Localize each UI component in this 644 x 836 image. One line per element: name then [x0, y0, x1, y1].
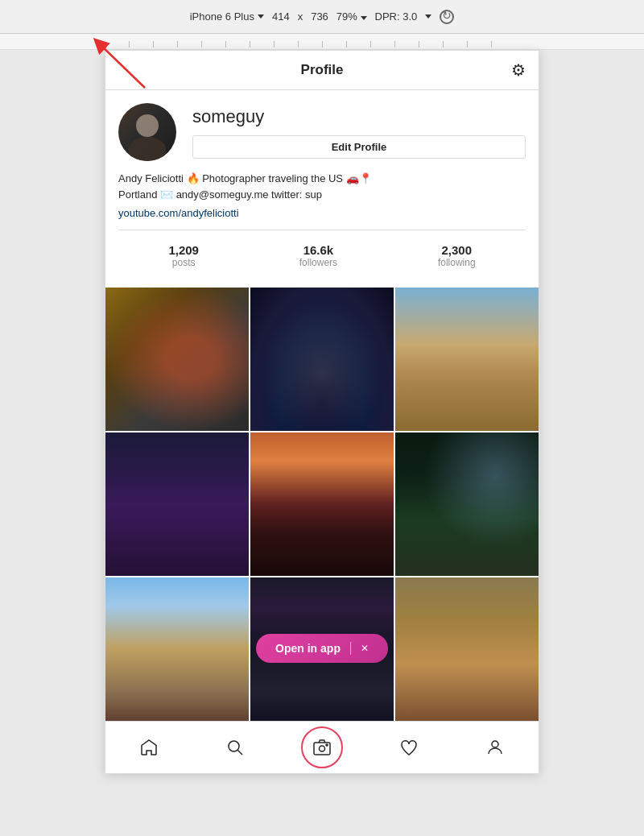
zoom-dropdown-arrow	[361, 16, 367, 20]
username-block: someguy Edit Profile	[192, 106, 526, 159]
svg-line-3	[238, 751, 243, 755]
open-app-close-button[interactable]: ✕	[361, 643, 369, 654]
dpr-label: DPR: 3.0	[375, 10, 418, 23]
profile-section: someguy Edit Profile Andy Feliciotti 🔥 P…	[105, 90, 539, 288]
camera-circle-highlight	[301, 726, 343, 768]
person-icon	[485, 738, 505, 757]
dimension-width: 414	[272, 10, 290, 23]
zoom-value[interactable]: 79%	[336, 10, 367, 23]
dpr-dropdown-arrow	[425, 14, 431, 19]
photo-cell-4[interactable]	[105, 432, 249, 576]
posts-label: posts	[172, 257, 196, 268]
username: someguy	[192, 106, 526, 127]
nav-profile[interactable]	[477, 730, 513, 765]
svg-point-7	[492, 741, 498, 747]
open-in-app-button[interactable]: Open in app ✕	[256, 634, 388, 663]
nav-home[interactable]	[131, 730, 167, 765]
rotate-icon[interactable]	[440, 10, 454, 24]
photo-cell-5[interactable]	[250, 432, 394, 576]
stats-divider	[118, 230, 526, 230]
profile-top: someguy Edit Profile	[118, 103, 526, 161]
avatar	[118, 103, 176, 161]
bio-link[interactable]: youtube.com/andyfeliciotti	[118, 207, 239, 219]
stat-followers[interactable]: 16.6k followers	[299, 243, 337, 268]
photo-cell-6[interactable]	[395, 432, 539, 576]
page-title: Profile	[301, 62, 344, 78]
settings-icon[interactable]: ⚙	[511, 60, 526, 80]
photo-cell-9[interactable]	[395, 577, 539, 721]
following-label: following	[438, 257, 476, 268]
search-icon	[225, 738, 245, 757]
device-selector[interactable]: iPhone 6 Plus	[190, 10, 264, 23]
dimension-height: 736	[311, 10, 328, 23]
toolbar-controls: iPhone 6 Plus 414 x 736 79% DPR: 3.0	[190, 10, 455, 24]
followers-label: followers	[299, 257, 337, 268]
nav-search[interactable]	[217, 730, 253, 765]
following-count: 2,300	[441, 243, 472, 257]
instagram-header: Profile ⚙	[105, 51, 539, 90]
ruler-bar	[0, 34, 644, 50]
nav-camera[interactable]	[304, 730, 340, 765]
photo-cell-7[interactable]	[105, 577, 249, 721]
ruler-ticks	[129, 34, 515, 49]
phone-frame: Profile ⚙ someguy Edit Profile Andy Feli…	[105, 50, 539, 774]
device-dropdown-arrow	[258, 14, 264, 19]
stat-following[interactable]: 2,300 following	[438, 243, 476, 268]
stats-row: 1,209 posts 16.6k followers 2,300 follow…	[118, 240, 526, 275]
photo-cell-3[interactable]	[395, 288, 539, 431]
avatar-image	[118, 103, 176, 161]
followers-count: 16.6k	[303, 243, 334, 257]
posts-count: 1,209	[168, 243, 199, 257]
heart-icon	[399, 738, 419, 757]
photo-cell-1[interactable]	[105, 288, 249, 431]
bottom-navigation	[105, 721, 539, 773]
browser-toolbar: iPhone 6 Plus 414 x 736 79% DPR: 3.0	[0, 0, 644, 34]
bio-line1: Andy Feliciotti 🔥 Photographer traveling…	[118, 171, 526, 202]
svg-point-2	[229, 741, 239, 751]
open-in-app-label: Open in app	[275, 642, 341, 655]
edit-profile-button[interactable]: Edit Profile	[192, 135, 526, 159]
device-label: iPhone 6 Plus	[190, 10, 254, 23]
photo-cell-2[interactable]	[250, 288, 394, 431]
dimension-x: x	[298, 10, 303, 23]
home-icon	[139, 738, 159, 757]
open-app-divider	[350, 642, 351, 655]
nav-heart[interactable]	[391, 730, 427, 765]
stat-posts: 1,209 posts	[168, 243, 199, 268]
